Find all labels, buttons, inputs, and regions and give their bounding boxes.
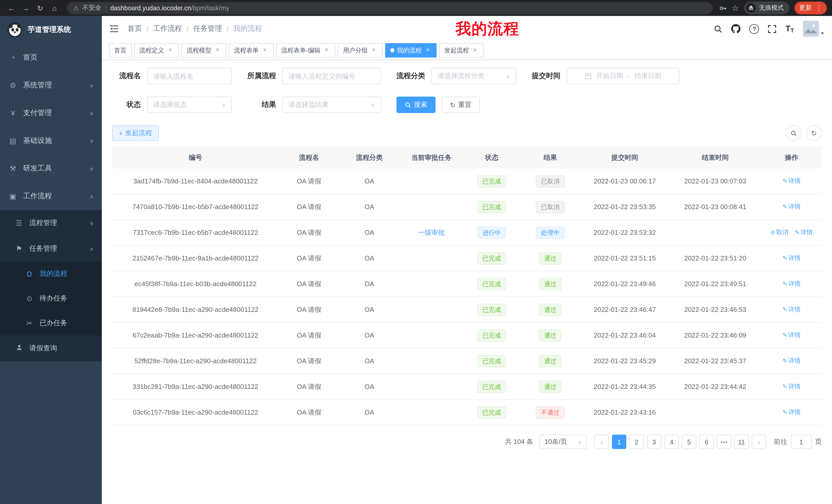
detail-link[interactable]: ✎详情 [782, 306, 800, 313]
tab-process-form-edit[interactable]: 流程表单-编辑× [276, 43, 335, 58]
pager-page-button[interactable]: 1 [612, 435, 626, 449]
search-button[interactable]: 搜索 [396, 96, 436, 113]
home-icon[interactable]: ⌂ [48, 2, 61, 14]
browser-menu-icon[interactable]: ⋮ [815, 4, 822, 12]
cell-current-task [399, 297, 463, 323]
filter-label: 提交时间 [532, 72, 561, 81]
hamburger-icon[interactable] [110, 25, 119, 33]
font-size-icon[interactable]: TT [785, 24, 794, 33]
pager-page-button[interactable]: 6 [699, 435, 714, 449]
status-badge: 通过 [539, 355, 562, 367]
table-search-button[interactable] [786, 125, 801, 141]
detail-link[interactable]: ✎详情 [782, 409, 800, 416]
breadcrumb-item[interactable]: 首页 [128, 24, 142, 33]
sidebar-item-task-management[interactable]: ⚑ 任务管理 ∧ [0, 236, 102, 261]
cell-current-task [399, 194, 463, 220]
start-process-button[interactable]: + 发起流程 [112, 125, 159, 141]
sidebar-item-leave-query[interactable]: 请假查询 [0, 335, 102, 361]
sidebar-item-system[interactable]: ⚙ 系统管理 ∨ [0, 72, 102, 99]
detail-link[interactable]: ✎详情 [782, 357, 800, 364]
cell-category: OA [339, 194, 399, 220]
detail-link[interactable]: ✎详情 [782, 177, 800, 185]
tab-process-definition[interactable]: 流程定义× [134, 43, 179, 58]
back-icon[interactable]: ← [5, 2, 18, 14]
pager-page-button[interactable]: 3 [647, 435, 661, 449]
cell-result: 通过 [520, 348, 580, 374]
close-icon[interactable]: × [471, 47, 479, 54]
cancel-link[interactable]: ⊘取消 [770, 229, 788, 236]
sidebar-item-devtools[interactable]: ⚒ 研发工具 ∨ [0, 155, 102, 183]
bookmark-star-icon[interactable]: ☆ [732, 3, 739, 12]
tab-start-process[interactable]: 发起流程× [439, 43, 484, 58]
tab-process-form[interactable]: 流程表单× [229, 43, 274, 58]
refresh-icon: ↻ [450, 101, 456, 109]
detail-link[interactable]: ✎详情 [782, 203, 800, 210]
headset-icon: Ω [25, 270, 34, 278]
status-select[interactable]: 请选择状态 ∨ [147, 96, 232, 113]
tab-process-model[interactable]: 流程模型× [182, 43, 226, 58]
key-icon[interactable] [719, 4, 727, 12]
user-menu[interactable]: ▾ [803, 21, 824, 37]
pager-page-button[interactable]: 5 [682, 435, 696, 449]
chevron-up-icon: ∧ [90, 246, 94, 251]
search-icon[interactable] [714, 24, 723, 33]
tab-home[interactable]: 首页 [109, 43, 132, 58]
page-size-select[interactable]: 10条/页 ∨ [539, 435, 587, 449]
cell-operations: ✎详情 [761, 194, 822, 220]
category-select[interactable]: 请选择流程分类 ∨ [432, 68, 516, 84]
tab-my-process[interactable]: 我的流程× [385, 43, 437, 58]
column-header: 结果 [520, 147, 580, 169]
reload-icon[interactable]: ↻ [34, 2, 46, 14]
date-range-picker[interactable]: 开始日期 - 结束日期 [567, 68, 679, 84]
close-icon[interactable]: × [214, 47, 221, 54]
address-bar[interactable]: ⚠ 不安全 | dashboard.yudao.iocoder.cn/bpm/t… [67, 2, 712, 14]
sidebar-item-infrastructure[interactable]: ▤ 基础设施 ∨ [0, 127, 102, 155]
sidebar-item-done-tasks[interactable]: ✂ 已办任务 [0, 311, 102, 335]
page-content: 流程名 所属流程 流程分类 请选择流程分类 ∨ [102, 60, 832, 504]
close-icon[interactable]: × [261, 47, 268, 54]
breadcrumb-item[interactable]: 工作流程 [153, 24, 182, 33]
owner-process-input[interactable] [282, 68, 381, 84]
sidebar-item-process-management[interactable]: ☰ 流程管理 ∨ [0, 210, 102, 236]
reset-button[interactable]: ↻ 重置 [442, 96, 480, 113]
detail-link[interactable]: ✎详情 [795, 229, 813, 236]
table-refresh-button[interactable]: ↻ [806, 125, 822, 141]
sidebar-item-workflow[interactable]: ▣ 工作流程 ∧ [0, 183, 102, 210]
detail-link[interactable]: ✎详情 [782, 280, 800, 287]
pager-page-button[interactable]: 2 [629, 435, 644, 449]
sidebar-item-my-process[interactable]: Ω 我的流程 [0, 261, 102, 286]
pager-page-button[interactable]: 11 [734, 435, 749, 449]
help-icon[interactable]: ? [750, 24, 759, 34]
cell-result: 通过 [520, 245, 580, 271]
pager-more-button[interactable]: ••• [717, 435, 731, 449]
close-icon[interactable]: × [424, 47, 432, 54]
tab-user-group[interactable]: 用户分组× [338, 43, 383, 58]
update-button[interactable]: 更新 ⋮ [795, 2, 827, 15]
fullscreen-icon[interactable] [768, 24, 777, 33]
close-icon[interactable]: × [370, 47, 378, 54]
close-icon[interactable]: × [166, 47, 174, 54]
pager-page-button[interactable]: 4 [665, 435, 679, 449]
sidebar-item-payment[interactable]: ¥ 支付管理 ∨ [0, 99, 102, 127]
pager-prev-button[interactable]: ‹ [594, 435, 609, 449]
current-task-link[interactable]: 一级审批 [418, 228, 445, 236]
breadcrumb-item[interactable]: 任务管理 [193, 24, 222, 33]
goto-page-input[interactable] [791, 435, 811, 449]
process-name-input[interactable] [147, 68, 232, 84]
detail-link[interactable]: ✎详情 [782, 383, 800, 390]
filter-label: 状态 [112, 100, 141, 109]
sidebar-item-home[interactable]: ◔ 首页 [0, 44, 102, 72]
breadcrumb-separator: / [147, 25, 149, 33]
forward-icon[interactable]: → [20, 2, 32, 14]
detail-link[interactable]: ✎详情 [782, 254, 800, 261]
sidebar-item-todo-tasks[interactable]: ⊙ 待办任务 [0, 286, 102, 311]
app-logo[interactable]: 芋道管理系统 [0, 16, 102, 44]
result-select[interactable]: 请选择流结果 ∨ [282, 96, 381, 113]
close-icon[interactable]: × [323, 47, 330, 54]
github-icon[interactable] [731, 24, 741, 33]
status-badge: 已取消 [536, 201, 565, 213]
detail-link[interactable]: ✎详情 [782, 331, 800, 339]
table-row: 67c2eaab-7b9a-11ec-a290-acde48001122OA 请… [112, 323, 822, 348]
pager-next-button[interactable]: › [752, 435, 766, 449]
cell-result: 通过 [520, 297, 580, 323]
